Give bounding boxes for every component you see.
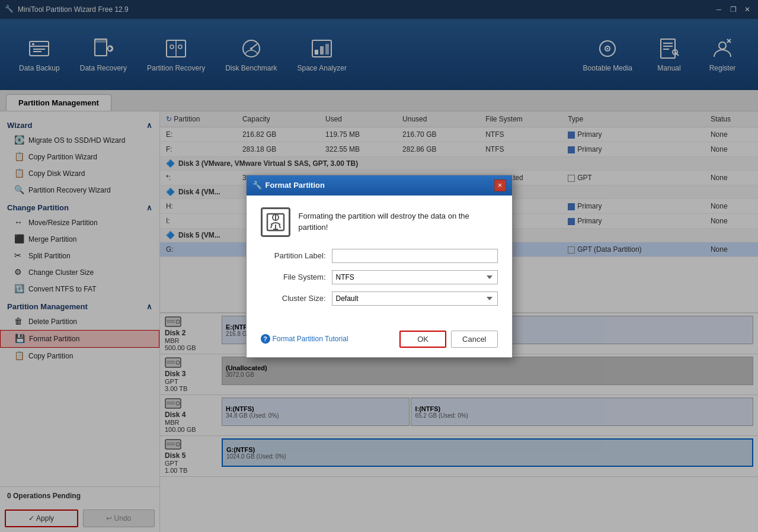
format-partition-modal: 🔧 Format Partition × xyxy=(246,175,513,358)
modal-body: Formating the partition will destroy the… xyxy=(247,196,512,325)
file-system-label: File System: xyxy=(261,273,332,281)
modal-footer: ? Format Partition Tutorial OK Cancel xyxy=(247,325,512,357)
partition-label-row: Partition Label: xyxy=(261,249,498,263)
modal-title-icon: 🔧 xyxy=(252,181,262,190)
cluster-size-row: Cluster Size: Default 512 1024 2048 4096 xyxy=(261,291,498,306)
cluster-size-select-wrapper: Default 512 1024 2048 4096 xyxy=(332,291,498,306)
help-icon: ? xyxy=(261,334,270,344)
cluster-size-select[interactable]: Default 512 1024 2048 4096 xyxy=(332,291,498,306)
modal-titlebar-left: 🔧 Format Partition xyxy=(252,181,325,190)
cancel-button[interactable]: Cancel xyxy=(451,331,497,348)
file-system-select-wrapper: NTFS FAT32 FAT16 FAT12 Ext2 Ext3 Ext4 Li… xyxy=(332,270,498,284)
modal-titlebar: 🔧 Format Partition × xyxy=(247,175,512,196)
modal-overlay: 🔧 Format Partition × xyxy=(0,0,758,532)
partition-label-label: Partition Label: xyxy=(261,251,332,260)
modal-title: Format Partition xyxy=(266,181,325,190)
svg-line-47 xyxy=(271,225,272,228)
ok-button[interactable]: OK xyxy=(399,331,446,348)
file-system-row: File System: NTFS FAT32 FAT16 FAT12 Ext2… xyxy=(261,270,498,284)
file-system-select[interactable]: NTFS FAT32 FAT16 FAT12 Ext2 Ext3 Ext4 Li… xyxy=(332,270,498,284)
cluster-size-label: Cluster Size: xyxy=(261,294,332,303)
partition-label-input[interactable] xyxy=(332,249,498,263)
svg-line-48 xyxy=(279,225,280,228)
modal-close-button[interactable]: × xyxy=(494,180,506,191)
modal-warning: Formating the partition will destroy the… xyxy=(261,207,498,237)
warning-icon xyxy=(261,207,290,237)
modal-buttons: OK Cancel xyxy=(399,331,497,348)
warning-text: Formating the partition will destroy the… xyxy=(299,211,498,232)
modal-help-link[interactable]: ? Format Partition Tutorial xyxy=(261,334,348,344)
